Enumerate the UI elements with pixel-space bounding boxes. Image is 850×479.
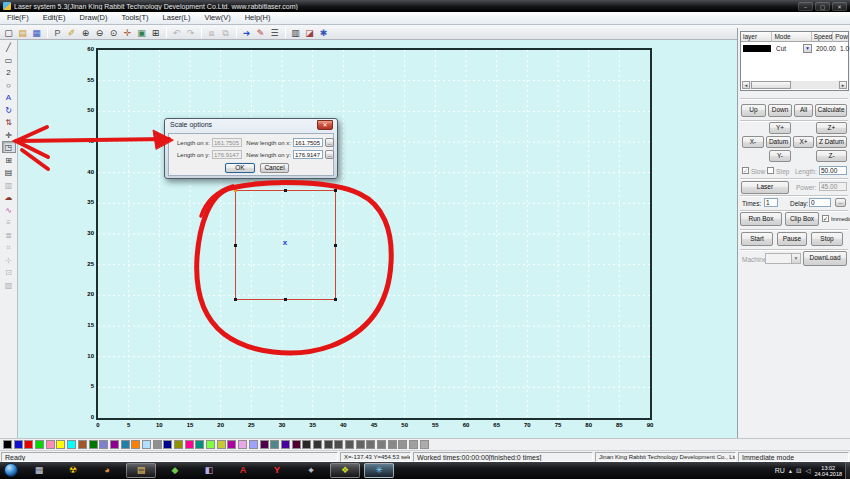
port-setting-icon[interactable]: P [51, 26, 64, 39]
pan-icon[interactable]: ✛ [121, 26, 134, 39]
palette-swatch-10[interactable] [110, 440, 119, 449]
polyline-tool-icon[interactable]: 2 [2, 66, 16, 78]
rectangle-tool-icon[interactable]: ▭ [2, 54, 16, 66]
palette-swatch-20[interactable] [217, 440, 226, 449]
network-icon[interactable]: ⊟ [796, 467, 801, 475]
stop-button[interactable]: Stop [811, 232, 843, 246]
step-checkbox[interactable] [767, 167, 774, 174]
palette-swatch-30[interactable] [324, 440, 333, 449]
laser-button[interactable]: Laser [741, 181, 789, 194]
palette-swatch-1[interactable] [14, 440, 23, 449]
new-length-x-input[interactable] [293, 138, 323, 147]
menu-item-file[interactable]: File(F) [0, 12, 36, 24]
open-file-icon[interactable]: ▤ [16, 26, 29, 39]
palette-swatch-29[interactable] [313, 440, 322, 449]
palette-swatch-26[interactable] [281, 440, 290, 449]
palette-swatch-16[interactable] [174, 440, 183, 449]
dialog-close-button[interactable]: ✕ [317, 120, 333, 130]
palette-swatch-18[interactable] [195, 440, 204, 449]
machine-select[interactable]: ▼ [765, 253, 801, 264]
palette-swatch-21[interactable] [227, 440, 236, 449]
palette-swatch-3[interactable] [35, 440, 44, 449]
palette-swatch-4[interactable] [46, 440, 55, 449]
length-input[interactable] [819, 166, 847, 175]
curve-tool-icon[interactable]: ∿ [2, 204, 16, 216]
move-tool-icon[interactable]: ✛ [2, 129, 16, 141]
save-file-icon[interactable]: ▦ [30, 26, 43, 39]
taskbar-item-antivirus[interactable]: ❖ [330, 463, 360, 478]
start-button-orb[interactable] [4, 463, 18, 477]
taskbar-item-graphics-app[interactable]: ◕ [92, 463, 122, 478]
palette-swatch-27[interactable] [292, 440, 301, 449]
scroll-right-arrow[interactable]: ▸ [839, 81, 847, 89]
palette-swatch-7[interactable] [78, 440, 87, 449]
selection-handle[interactable] [334, 189, 337, 192]
grid-icon[interactable]: ⊞ [149, 26, 162, 39]
layer-table[interactable]: layer Mode Speed Power Cut ▼ 200.00 1.0 … [740, 31, 849, 91]
palette-swatch-19[interactable] [206, 440, 215, 449]
palette-swatch-31[interactable] [334, 440, 343, 449]
scroll-left-arrow[interactable]: ◂ [742, 81, 750, 89]
align-tool-icon[interactable]: ▤ [2, 166, 16, 178]
run-box-button[interactable]: Run Box [740, 212, 782, 226]
palette-swatch-38[interactable] [409, 440, 418, 449]
palette-swatch-12[interactable] [131, 440, 140, 449]
palette-swatch-13[interactable] [142, 440, 151, 449]
menu-item-help[interactable]: Help(H) [238, 12, 278, 24]
pause-button[interactable]: Pause [777, 232, 807, 246]
selection-handle[interactable] [334, 298, 337, 301]
simulate-icon[interactable]: ➜ [240, 26, 253, 39]
browse-y-button[interactable]: ... [325, 150, 334, 159]
mode-dropdown-button[interactable]: ▼ [803, 44, 812, 53]
mode-column-header[interactable]: Mode [772, 32, 811, 42]
speed-column-header[interactable]: Speed [812, 32, 834, 42]
layer-power-value[interactable]: 1.0 [840, 45, 849, 52]
palette-swatch-37[interactable] [398, 440, 407, 449]
palette-swatch-8[interactable] [89, 440, 98, 449]
menu-item-laser[interactable]: Laser(L) [156, 12, 198, 24]
download-button[interactable]: DownLoad [803, 251, 847, 266]
selection-handle[interactable] [234, 189, 237, 192]
cancel-button[interactable]: Cancel [260, 163, 289, 173]
jog-y-minus-button[interactable]: Y- [769, 150, 791, 162]
jog-z-minus-button[interactable]: Z- [816, 150, 847, 162]
power-input[interactable] [819, 182, 847, 191]
cloud-tool-icon[interactable]: ☁ [2, 191, 16, 203]
jog-z-plus-button[interactable]: Z+ [816, 122, 847, 134]
taskbar-item-yandex-browser[interactable]: Y [262, 463, 292, 478]
language-indicator[interactable]: RU [775, 467, 785, 474]
layer-speed-value[interactable]: 200.00 [816, 45, 836, 52]
new-length-y-input[interactable] [293, 150, 323, 159]
menu-item-view[interactable]: View(V) [198, 12, 238, 24]
delay-browse-button[interactable]: ... [835, 198, 846, 207]
zoom-window-icon[interactable]: ⊙ [107, 26, 120, 39]
palette-swatch-35[interactable] [377, 440, 386, 449]
line-tool-icon[interactable]: ╱ [2, 41, 16, 53]
draw-pen-icon[interactable]: ✎ [254, 26, 267, 39]
ellipse-tool-icon[interactable]: ○ [2, 79, 16, 91]
taskbar-item-autocad[interactable]: A [228, 463, 258, 478]
delay-input[interactable] [809, 198, 831, 207]
jog-y-plus-button[interactable]: Y+ [769, 122, 791, 134]
z-datum-button[interactable]: Z Datum [816, 136, 847, 148]
palette-swatch-15[interactable] [163, 440, 172, 449]
taskbar-item-cad-tool[interactable]: ⌖ [296, 463, 326, 478]
palette-swatch-34[interactable] [366, 440, 375, 449]
jog-x-minus-button[interactable]: X- [742, 136, 764, 148]
taskbar-item-office-app[interactable]: ◧ [194, 463, 224, 478]
selection-handle[interactable] [334, 244, 337, 247]
drawing-canvas[interactable]: x 05101520253035404550556065707580859005… [18, 40, 737, 438]
text-tool-icon[interactable]: A [2, 91, 16, 103]
fit-view-icon[interactable]: ▣ [135, 26, 148, 39]
zoom-out-icon[interactable]: ⊖ [93, 26, 106, 39]
times-input[interactable] [764, 198, 778, 207]
volume-icon[interactable]: ◁ [805, 467, 810, 475]
palette-swatch-33[interactable] [356, 440, 365, 449]
palette-swatch-5[interactable] [56, 440, 65, 449]
datum-button[interactable]: Datum [766, 136, 791, 148]
taskbar-item-calculator[interactable]: ▦ [24, 463, 54, 478]
menu-item-tools[interactable]: Tools(T) [115, 12, 156, 24]
palette-swatch-0[interactable] [3, 440, 12, 449]
layer-table-scrollbar[interactable]: ◂ ▸ [742, 81, 847, 89]
array-tool-icon[interactable]: ⊞ [2, 154, 16, 166]
